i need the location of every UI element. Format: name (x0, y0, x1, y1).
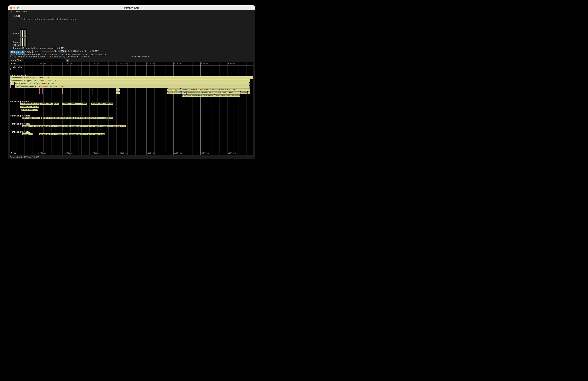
sort-name-label[interactable]: Name (84, 55, 90, 58)
theme-toggle-icon[interactable]: ☀ (10, 10, 13, 13)
frame-bar[interactable] (20, 30, 21, 37)
scope-bar[interactable]: IndexDocuments<_, _>::execute_prefix_dat… (181, 88, 250, 91)
scope-bar[interactable]: extract (80, 103, 86, 105)
clear-button[interactable]: Clear (13, 44, 20, 46)
slowest-frames-thumbnail[interactable] (20, 38, 27, 47)
scope-bar[interactable]: extract_word_pair_proximity_docids::extr… (70, 125, 126, 127)
menu-file[interactable]: File (15, 10, 21, 13)
scope-bar[interactable] (10, 68, 11, 70)
scope-bar[interactable]: receive_typed_ (167, 88, 181, 91)
separator (13, 55, 13, 58)
frame-bar-selected[interactable] (22, 38, 23, 46)
scope-bar[interactable] (51, 103, 53, 105)
scope-bar[interactable] (42, 88, 43, 91)
scope-bar[interactable] (32, 133, 33, 135)
collapsed-triangle-icon: ▶ (132, 56, 133, 57)
time-tick-label: 1000 ms (38, 63, 46, 65)
scope-bar[interactable]: index (182, 91, 186, 94)
time-tick-label: 2000 ms (65, 152, 74, 154)
frame-bar-selected[interactable] (22, 30, 23, 37)
scope-bar[interactable]: extract::data_from_ob (20, 106, 39, 108)
scope-bar[interactable]: Trans (15, 85, 20, 88)
merge-children-checkbox[interactable] (14, 56, 16, 58)
scope-bar[interactable]: word_prefix::index_word_prefix_ (187, 94, 215, 97)
scope-bar[interactable]: IndexScheduler>::apply_index_operation 8… (10, 79, 250, 82)
frames-collapse-header[interactable]: ▼Frames (10, 15, 20, 17)
scope-filter-input[interactable] (23, 59, 65, 62)
section-divider (10, 65, 253, 65)
scope-bar[interactable]: extract_word (91, 103, 103, 105)
scope-bar[interactable] (62, 91, 63, 94)
scope-bar[interactable]: IndexDocuments<_, _>::execute_raw 8459.1… (20, 85, 250, 88)
sort-name-radio[interactable] (81, 56, 83, 58)
scope-bar[interactable] (116, 91, 120, 94)
scope-bar[interactable] (76, 103, 80, 105)
frame-bar[interactable] (24, 38, 25, 46)
scope-bar[interactable]: extrac (54, 103, 59, 105)
help-button[interactable]: ? (10, 55, 11, 58)
sort-time-label[interactable]: Time (71, 55, 76, 58)
scope-bar[interactable] (10, 83, 14, 85)
scope-bar[interactable]: typed_chunk::w (167, 91, 181, 94)
scope-bar[interactable] (39, 88, 40, 91)
scope-bar[interactable]: WordPr (240, 91, 247, 94)
frame-bar[interactable] (25, 30, 26, 37)
scope-bar[interactable]: extract_ (69, 103, 76, 105)
clear-filter-button[interactable]: x (66, 59, 69, 62)
window-title: puffin viewer (8, 6, 255, 9)
collapse-triangle-icon: ▼ (10, 123, 12, 125)
collapse-triangle-icon: ▼ (10, 15, 12, 17)
scope-bar[interactable]: extract_word_pair_proximity_docids::extr… (39, 133, 99, 135)
slider-handle[interactable] (54, 50, 56, 52)
scope-bar[interactable] (41, 117, 42, 119)
scope-bar[interactable]: prefix_word::index_prefix_wo (215, 94, 240, 97)
scope-bar[interactable]: IndexDocuments<_, _>::execute 8656.677 m… (15, 83, 250, 85)
visible-threads-header[interactable]: ▶Visible Threads (132, 55, 149, 58)
menu-view[interactable]: View (21, 10, 28, 13)
scope-bar[interactable]: extract_wo (103, 103, 113, 105)
scope-bar[interactable]: extrac (99, 133, 105, 135)
scope-bar[interactable] (248, 91, 250, 94)
frames-panel: ▼Frames Click to select a frame, or drag… (8, 13, 255, 50)
recent-frames-thumbnail[interactable] (20, 29, 27, 38)
scope-bar[interactable]: split_grenad_by_chun (20, 103, 39, 105)
scope-bar[interactable]: extract_docid_word (22, 117, 39, 119)
sort-time-radio[interactable] (68, 56, 70, 58)
scope-bar[interactable] (10, 85, 11, 88)
frame-bar[interactable] (24, 30, 25, 37)
time-tick-label: 4000 ms (120, 152, 127, 154)
scope-bar[interactable]: IndexScheduler>::process_batch 8953.821 … (10, 76, 253, 79)
scope-bar[interactable] (42, 91, 43, 94)
time-axis-bottom: 0 ms1000 ms2000 ms3000 ms4000 ms5000 ms6… (10, 152, 253, 154)
thread-header-scheduler[interactable]: ▼scheduler (10, 66, 22, 68)
max-frames-slider[interactable] (42, 51, 57, 52)
time-tick-label: 7000 ms (201, 152, 209, 154)
scope-bar[interactable]: extract_ (62, 103, 69, 105)
scope-bar[interactable]: extra (46, 103, 51, 105)
scope-bar[interactable]: extract_word_pair_proximity_docids (39, 125, 70, 127)
scope-bar[interactable]: PrefixWordPairsProximityDocids::execute … (187, 91, 240, 94)
frame-bar[interactable] (20, 38, 21, 46)
scope-bar[interactable] (41, 117, 41, 119)
scope-bar[interactable] (116, 88, 120, 91)
scope-bar[interactable] (39, 117, 41, 119)
frame-bar[interactable] (25, 38, 26, 46)
scope-bar[interactable]: extract_wo (103, 117, 113, 119)
max-frames-value[interactable]: 18000 (58, 50, 67, 53)
scope-bar[interactable]: Word (182, 94, 186, 97)
scope-bar[interactable] (39, 91, 40, 94)
scope-bar[interactable]: extract_doc (22, 133, 32, 135)
scope-bar[interactable] (62, 88, 63, 91)
scope-bar[interactable]: extract (40, 103, 46, 105)
scope-bar[interactable]: extract_word_pair_proximity_docids::extr… (43, 117, 103, 119)
scope-bar[interactable] (92, 88, 92, 91)
scope-bar[interactable]: extract_docid_word (22, 125, 39, 127)
time-tick-label: 6000 ms (174, 152, 182, 154)
flamegraph-canvas[interactable]: 0 ms1000 ms2000 ms3000 ms4000 ms5000 ms6… (10, 63, 253, 155)
controls-row: ? Merge children with same ID Sort threa… (8, 54, 255, 59)
sort-direction-icon[interactable]: ⬇ (77, 55, 78, 58)
scope-bar[interactable]: extract_docid_word (21, 109, 39, 111)
time-tick-label: 8000 ms (228, 63, 236, 65)
scope-bar[interactable] (92, 91, 92, 94)
frames-info-text: 4 frames (1 unpacked) using approximatel… (13, 47, 65, 49)
